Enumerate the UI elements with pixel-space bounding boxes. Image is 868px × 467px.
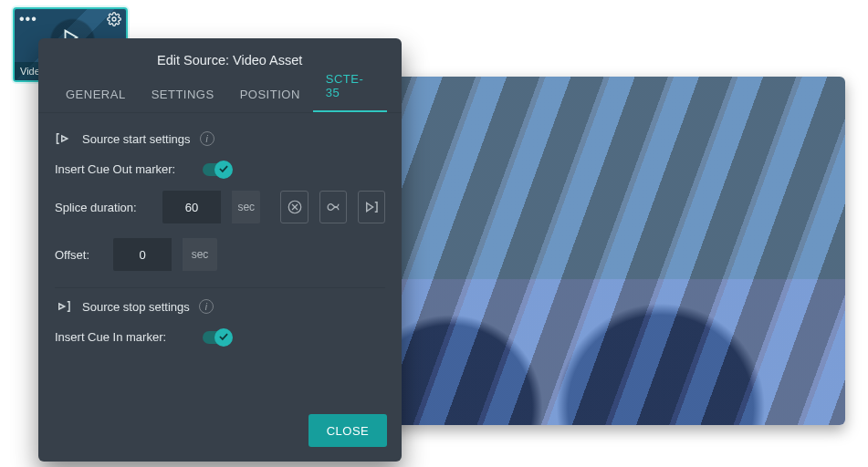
info-icon[interactable]: i — [200, 131, 214, 146]
infinite-duration-button[interactable] — [319, 191, 347, 223]
svg-marker-7 — [59, 304, 65, 309]
cue-out-row: Insert Cue Out marker: — [55, 155, 385, 183]
bracket-play-start-icon — [55, 131, 73, 146]
start-heading-text: Source start settings — [82, 132, 191, 146]
splice-unit: sec — [232, 191, 260, 223]
splice-duration-row: Splice duration: sec — [55, 183, 385, 231]
offset-input[interactable] — [113, 238, 172, 271]
svg-marker-6 — [367, 203, 373, 212]
cue-in-row: Insert Cue In marker: — [55, 323, 385, 351]
splice-duration-input[interactable] — [162, 191, 221, 223]
stop-heading-text: Source stop settings — [82, 300, 190, 314]
cue-in-label: Insert Cue In marker: — [55, 330, 192, 344]
splice-label: Splice duration: — [55, 201, 152, 214]
gear-icon[interactable] — [107, 12, 121, 26]
tile-menu-icon[interactable]: ••• — [19, 15, 37, 24]
tab-general[interactable]: GENERAL — [53, 78, 139, 112]
svg-marker-2 — [62, 136, 68, 141]
offset-label: Offset: — [55, 248, 102, 262]
tab-settings[interactable]: SETTINGS — [139, 78, 227, 112]
tab-bar: GENERAL SETTINGS POSITION SCTE-35 — [38, 77, 402, 113]
to-end-button[interactable] — [358, 191, 385, 223]
source-stop-heading: Source stop settings i — [55, 292, 385, 323]
clear-duration-button[interactable] — [280, 191, 308, 223]
bracket-play-stop-icon — [55, 299, 73, 314]
info-icon[interactable]: i — [199, 299, 214, 314]
cue-out-label: Insert Cue Out marker: — [55, 162, 192, 176]
section-divider — [55, 287, 385, 288]
edit-source-panel: Edit Source: Video Asset GENERAL SETTING… — [38, 38, 402, 462]
tab-scte35[interactable]: SCTE-35 — [313, 63, 387, 112]
cue-in-toggle[interactable] — [203, 331, 230, 344]
offset-unit: sec — [183, 238, 217, 271]
cue-out-toggle[interactable] — [203, 163, 230, 176]
source-start-heading: Source start settings i — [55, 124, 385, 155]
tab-position[interactable]: POSITION — [227, 78, 313, 112]
svg-point-0 — [112, 17, 116, 21]
offset-row: Offset: sec — [55, 231, 385, 278]
close-button[interactable]: CLOSE — [309, 414, 387, 447]
